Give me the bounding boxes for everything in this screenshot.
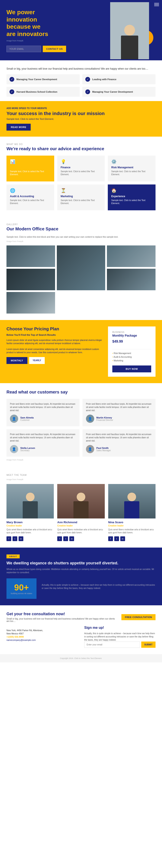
team-name-2: Ann Richmond	[57, 521, 105, 524]
contact-left: New York, 4456 Parker Rd, Allentown, New…	[6, 626, 78, 648]
team-name-3: Nina Scavo	[108, 521, 156, 524]
facebook-icon-1[interactable]: f	[6, 536, 11, 541]
feature-item-4: ✓ Managing Your Career Development	[82, 87, 156, 97]
features-section: Small or big, your business will love ou…	[0, 60, 162, 101]
service-icon-2: 💡	[61, 159, 102, 164]
testimonial-author-2: 👤 Martin Kinney Financial Director	[86, 414, 152, 423]
address-block: New York, 4456 Parker Rd, Allentown, New…	[6, 629, 78, 641]
feature-3: Marketing	[112, 359, 151, 363]
twitter-icon-3[interactable]: t	[114, 536, 119, 541]
twitter-icon-2[interactable]: t	[63, 536, 68, 541]
pricing-card: Business Monthly Package $49.99 Risk Man…	[108, 327, 156, 377]
service-desc-3: Sample text. Click to select the Text El…	[111, 170, 152, 176]
twitter-icon-1[interactable]: t	[12, 536, 17, 541]
testimonial-text-2: Proin sed libero enim sed faucibus turpi…	[86, 402, 152, 412]
service-card-4: 🌐 Audit & Accounting Sample text. Click …	[6, 184, 54, 210]
gallery-item-3	[107, 245, 156, 267]
pricing-left: Choose Your Pricing Plan Below You'll Fi…	[6, 327, 103, 364]
facebook-icon-2[interactable]: f	[57, 536, 62, 541]
instagram-icon-3[interactable]: in	[120, 536, 125, 541]
service-icon-1: 📊	[10, 159, 51, 164]
testimonials-section: Read what our customers say Proin sed li…	[0, 383, 162, 467]
person-head	[124, 25, 135, 36]
author-name-4: Paul Smith	[96, 447, 111, 449]
free-consultation-button[interactable]: FREE CONSULTATION	[122, 614, 156, 620]
service-card-1: 📊 FINANCES Sample text. Click to select …	[6, 156, 54, 181]
whatwedo-section: What We Do We're ready to share our advi…	[0, 136, 162, 217]
service-icon-5: ⏳	[61, 188, 102, 193]
footer-text: Copyright 2019. Click to Select the Text…	[60, 657, 102, 659]
gallery-section: Gallery Our Modern Office Space Sample t…	[0, 217, 162, 320]
plan-type: Monthly Package	[112, 334, 151, 337]
about-content: 90+ building across 46 states Actually, …	[6, 578, 156, 599]
contact-section: Get your free consultation now! Small or…	[0, 605, 162, 654]
plan-price: $49.99	[112, 339, 151, 347]
team-role-2: Creative leader	[57, 525, 105, 527]
author-role-2: Financial Director	[96, 419, 113, 421]
buy-now-button[interactable]: BUY NOW	[112, 366, 151, 372]
footer: Copyright 2019. Click to Select the Text…	[0, 654, 162, 662]
about-tag: ABOUT	[6, 554, 20, 558]
yearly-button[interactable]: YEARLY	[29, 357, 45, 364]
tf-head-1	[26, 493, 34, 501]
service-desc-6: Sample text. Click to select the Text El…	[111, 199, 152, 205]
gallery-item-2	[57, 245, 105, 290]
pricing-desc1: Lorem ipsum dolor sit amet ligula suspen…	[6, 339, 103, 345]
gallery-item-6	[6, 292, 55, 314]
address-line1: New York, 4456 Parker Rd, Allentown,	[6, 629, 78, 631]
tf-body-2	[74, 501, 88, 519]
stat-number: 90+	[11, 583, 32, 592]
check-icon-4: ✓	[85, 89, 90, 94]
testimonial-2: Proin sed libero enim sed faucibus turpi…	[82, 399, 156, 426]
team-desc-2: Quis amet libero molestiae arla ut tinci…	[57, 528, 105, 534]
service-icon-4: 🌐	[10, 188, 51, 193]
service-desc-5: Sample text. Click to select the Text El…	[61, 199, 102, 205]
author-avatar-2: 👤	[86, 414, 94, 423]
team-social-3: f t in	[108, 536, 156, 541]
testimonial-3: Proin sed libero enim sed faucibus turpi…	[6, 429, 80, 457]
hamburger-menu[interactable]	[154, 3, 159, 6]
check-icon-3: ✓	[9, 89, 14, 94]
pricing-buttons: MONTHLY YEARLY	[6, 357, 103, 364]
signup-submit-button[interactable]: SUBMIT	[141, 642, 156, 648]
check-icon-2: ✓	[85, 77, 90, 82]
phone-number: +1(505) 556-9999	[6, 636, 78, 638]
signup-desc: Actually, this is quite simple to achiev…	[84, 632, 156, 642]
team-tag: Meet The Team	[6, 474, 156, 476]
whatwedo-tag: What We Do	[6, 143, 156, 146]
gallery-tag: Gallery	[6, 223, 156, 226]
service-name-4: Audit & Accounting	[10, 195, 51, 198]
mission-read-more-button[interactable]: READ MORE	[6, 124, 31, 131]
service-card-3: ⚙️ Risk Management Sample text. Click to…	[108, 156, 156, 181]
service-desc-4: Sample text. Click to select the Text El…	[10, 199, 51, 205]
author-role-1: Customer	[20, 419, 34, 421]
instagram-icon-2[interactable]: in	[69, 536, 74, 541]
mission-section: Add more speed to your website Your succ…	[0, 101, 162, 136]
team-name-1: Mary Brown	[6, 521, 54, 524]
gallery-image-credit: Image from Freepik	[6, 240, 156, 242]
hero-cta-button[interactable]: CONTACT US	[43, 46, 66, 52]
email-address: namecompany@example.com	[6, 639, 78, 641]
hero-email-input[interactable]	[6, 46, 41, 52]
service-icon-6: 🏠	[111, 188, 152, 193]
signup-email-input[interactable]	[84, 642, 140, 648]
testimonial-1: Proin sed libero enim sed faucibus turpi…	[6, 399, 80, 426]
instagram-icon-1[interactable]: in	[19, 536, 23, 541]
service-desc-1: Sample text. Click to select the Text El…	[10, 170, 51, 176]
contact-layout: New York, 4456 Parker Rd, Allentown, New…	[6, 626, 156, 648]
team-social-1: f t in	[6, 536, 54, 541]
team-desc-1: Quis amet libero molestiae arla ut tinci…	[6, 528, 54, 534]
service-name-1: FINANCES	[10, 166, 51, 169]
facebook-icon-3[interactable]: f	[108, 536, 113, 541]
feature-label-1: Managing Your Career Development	[17, 78, 57, 81]
service-card-5: ⏳ Marketing Sample text. Click to select…	[57, 184, 105, 210]
monthly-button[interactable]: MONTHLY	[6, 357, 27, 364]
signup-title: Sign me up!	[84, 626, 156, 630]
testimonials-title: Read what our customers say	[6, 390, 156, 395]
tf-body-1	[23, 501, 38, 519]
author-avatar-4: 👤	[86, 445, 94, 453]
team-photo-1	[6, 484, 54, 519]
team-member-3: Nina Scavo Creative leader Quis amet lib…	[108, 484, 156, 541]
tf-head-2	[77, 493, 85, 501]
author-name-2: Martin Kinney	[96, 416, 113, 419]
